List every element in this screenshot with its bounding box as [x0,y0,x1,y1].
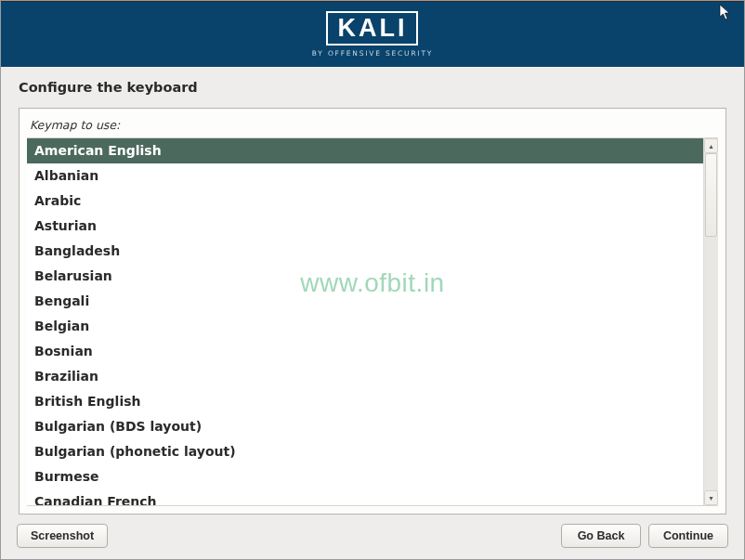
list-item[interactable]: Arabic [27,189,703,214]
header-banner: KALI BY OFFENSIVE SECURITY [0,0,745,67]
scroll-up-icon[interactable]: ▴ [704,138,718,153]
kali-logo: KALI BY OFFENSIVE SECURITY [312,11,433,58]
logo-tagline: BY OFFENSIVE SECURITY [312,49,433,58]
scrollbar[interactable]: ▴ ▾ [703,138,718,505]
keymap-panel: Keymap to use: American EnglishAlbanianA… [19,108,726,514]
button-bar: Screenshot Go Back Continue [0,514,745,557]
scroll-thumb[interactable] [705,153,717,237]
continue-button[interactable]: Continue [648,524,728,548]
list-item[interactable]: Bangladesh [27,239,703,264]
list-item[interactable]: Canadian French [27,489,703,505]
logo-box: KALI [326,11,418,46]
list-item[interactable]: Belgian [27,314,703,339]
scroll-down-icon[interactable]: ▾ [704,490,718,505]
logo-text: KALI [337,14,407,42]
list-item[interactable]: Burmese [27,464,703,489]
list-item[interactable]: Brazilian [27,364,703,389]
keymap-listbox[interactable]: American EnglishAlbanianArabicAsturianBa… [27,138,703,505]
list-item[interactable]: Bulgarian (phonetic layout) [27,439,703,464]
list-item[interactable]: Belarusian [27,264,703,289]
list-item[interactable]: Bosnian [27,339,703,364]
list-item[interactable]: Albanian [27,163,703,189]
list-item[interactable]: Bulgarian (BDS layout) [27,414,703,439]
scroll-track[interactable] [704,153,718,490]
keymap-label: Keymap to use: [30,118,718,132]
list-item[interactable]: British English [27,389,703,414]
go-back-button[interactable]: Go Back [561,524,641,548]
list-item[interactable]: American English [27,138,703,163]
list-item[interactable]: Asturian [27,214,703,239]
top-stripe [0,0,745,2]
keymap-listbox-wrap: American EnglishAlbanianArabicAsturianBa… [27,137,718,506]
screenshot-button[interactable]: Screenshot [17,524,108,548]
list-item[interactable]: Bengali [27,289,703,314]
page-title: Configure the keyboard [19,80,726,95]
